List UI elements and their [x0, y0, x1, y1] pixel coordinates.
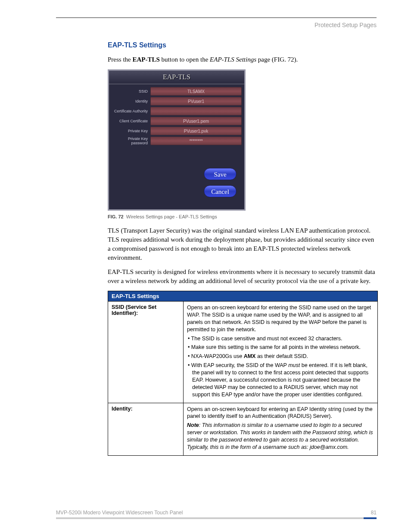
page-footer: MVP-5200i Modero Viewpoint Widescreen To…: [56, 510, 377, 519]
settings-table: EAP-TLS Settings SSID (Service Set Ident…: [108, 291, 378, 456]
field-pk-password[interactable]: ********: [150, 137, 242, 145]
footer-product: MVP-5200i Modero Viewpoint Widescreen To…: [56, 510, 183, 516]
row-label-identity: Identity:: [108, 403, 184, 455]
field-client-cert[interactable]: PVuser1.pem: [150, 117, 242, 125]
table-title: EAP-TLS Settings: [108, 291, 378, 302]
row-desc-identity: Opens an on-screen keyboard for entering…: [184, 403, 378, 455]
page-header: Protected Setup Pages: [56, 22, 377, 28]
field-label-ca: Certificate Authority: [112, 109, 150, 113]
field-label-client-cert: Client Certificate: [112, 119, 150, 123]
row-label-ssid: SSID (Service Set Identifier):: [108, 302, 184, 403]
footer-page-number: 81: [371, 510, 377, 516]
field-ssid[interactable]: TLSAMX: [150, 87, 242, 96]
field-label-ssid: SSID: [112, 89, 150, 93]
intro-paragraph: Press the EAP-TLS button to open the EAP…: [108, 55, 377, 64]
field-ca[interactable]: [150, 107, 242, 115]
cancel-button[interactable]: Cancel: [204, 185, 237, 197]
ui-panel-title: EAP-TLS: [109, 71, 244, 84]
paragraph-1: TLS (Transport Layer Security) was the o…: [108, 226, 377, 262]
field-private-key[interactable]: PVuser1.pvk: [150, 127, 242, 135]
paragraph-2: EAP-TLS security is designed for wireles…: [108, 268, 377, 286]
row-desc-ssid: Opens an on-screen keyboard for entering…: [184, 302, 378, 403]
figure-72: EAP-TLS SSID TLSAMX Identity PVuser1 Cer…: [108, 69, 246, 211]
figure-caption: FIG. 72 Wireless Settings page - EAP-TLS…: [108, 214, 377, 219]
save-button[interactable]: Save: [204, 168, 237, 180]
field-label-private-key: Private Key: [112, 129, 150, 133]
field-label-identity: Identity: [112, 99, 150, 103]
field-label-pk-password: Private Key password: [112, 137, 150, 145]
field-identity[interactable]: PVuser1: [150, 97, 242, 106]
section-title: EAP-TLS Settings: [108, 41, 377, 49]
